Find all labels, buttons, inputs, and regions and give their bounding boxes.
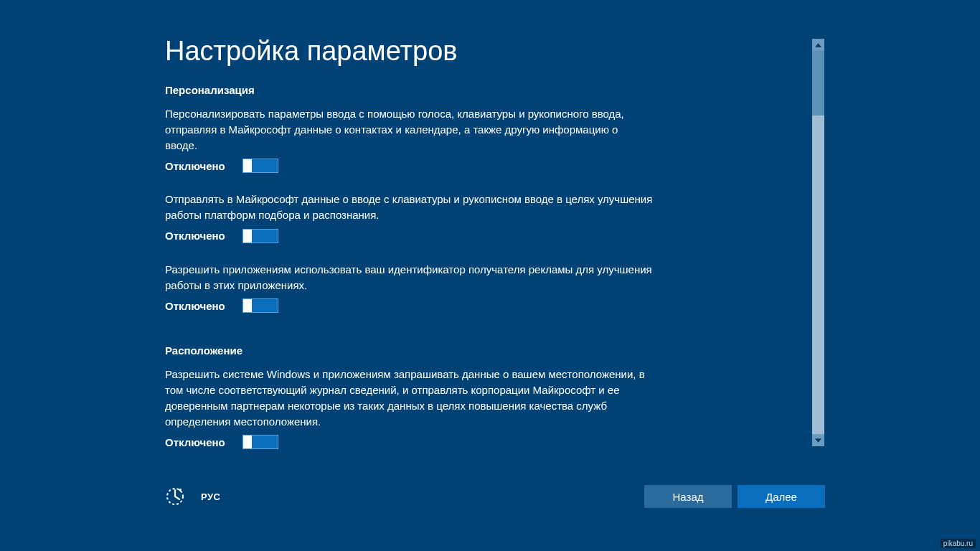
chevron-up-icon [815,43,821,47]
setting-description: Отправлять в Майкрософт данные о вводе с… [165,192,653,223]
ease-of-access-icon[interactable] [165,486,185,507]
scroll-track[interactable] [812,51,824,434]
setting-item: Разрешить приложениям использовать ваш и… [165,262,653,314]
setting-description: Разрешить приложениям использовать ваш и… [165,262,653,293]
next-button[interactable]: Далее [738,485,825,508]
section-heading: Расположение [165,344,811,357]
section-location: Расположение Разрешить системе Windows и… [165,344,811,449]
scroll-thumb[interactable] [812,51,824,116]
bottom-left: РУС [165,486,220,507]
back-button[interactable]: Назад [644,485,732,508]
toggle-state-label: Отключено [165,436,230,448]
scroll-up-button[interactable] [812,39,824,51]
toggle-switch[interactable] [242,229,278,243]
toggle-state-label: Отключено [165,230,230,242]
scrollbar[interactable] [812,39,824,446]
watermark: pikabu.ru [941,539,976,548]
language-indicator[interactable]: РУС [201,491,220,502]
toggle-switch[interactable] [242,435,278,449]
toggle-switch[interactable] [242,159,278,173]
setting-item: Персонализировать параметры ввода с помо… [165,106,653,173]
toggle-row: Отключено [165,229,653,243]
page-title: Настройка параметров [165,36,811,67]
setting-description: Разрешить системе Windows и приложениям … [165,367,653,429]
setting-item: Разрешить системе Windows и приложениям … [165,367,653,449]
chevron-down-icon [815,438,821,443]
toggle-row: Отключено [165,435,653,449]
toggle-row: Отключено [165,159,653,173]
toggle-row: Отключено [165,298,653,313]
setting-description: Персонализировать параметры ввода с помо… [165,106,653,153]
section-personalization: Персонализация Персонализировать парамет… [165,84,811,313]
toggle-state-label: Отключено [165,300,230,312]
scroll-down-button[interactable] [812,434,824,446]
toggle-state-label: Отключено [165,160,230,172]
toggle-switch[interactable] [242,298,278,313]
bottom-bar: РУС Назад Далее [165,485,825,508]
section-heading: Персонализация [165,84,811,96]
bottom-right: Назад Далее [644,485,825,508]
setting-item: Отправлять в Майкрософт данные о вводе с… [165,192,653,243]
